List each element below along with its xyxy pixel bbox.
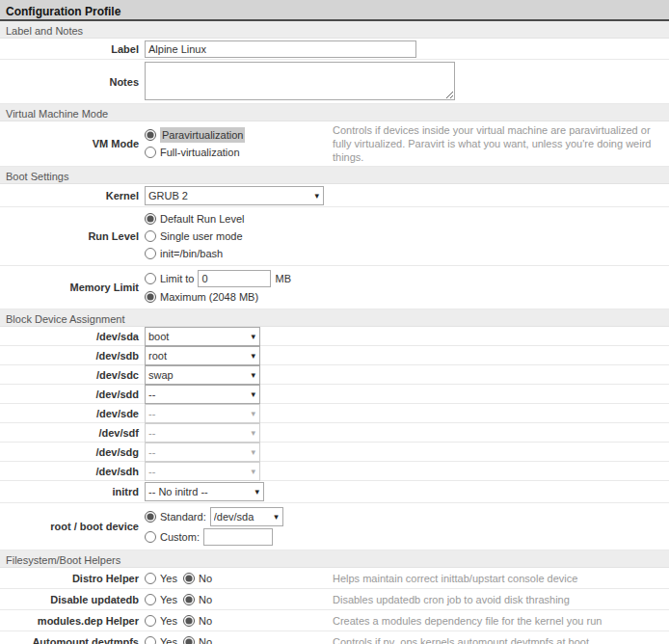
modules-dep-help-text: Creates a modules dependency file for th…	[333, 614, 669, 628]
label-input[interactable]	[145, 40, 416, 58]
memory-limit-to-radio[interactable]	[145, 273, 156, 284]
distro-helper-yes-radio[interactable]	[145, 573, 156, 584]
disable-updatedb-no-option[interactable]: No	[183, 592, 212, 607]
automount-devtmpfs-yes-option[interactable]: Yes	[145, 634, 177, 644]
notes-textarea[interactable]	[145, 62, 455, 100]
section-filesystem-boot-helpers: Filesystem/Boot Helpers	[0, 550, 669, 568]
memory-limit-to-label: Limit to	[160, 271, 194, 286]
page-title: Configuration Profile	[0, 0, 669, 21]
distro-helper-no-radio[interactable]	[183, 573, 195, 584]
modules-dep-helper-label: modules.dep Helper	[0, 614, 145, 628]
root-boot-custom-input[interactable]	[203, 528, 273, 546]
disable-updatedb-no-radio[interactable]	[183, 594, 195, 605]
yes-label: Yes	[160, 613, 177, 629]
yes-label: Yes	[160, 634, 177, 644]
run-level-single-user-radio[interactable]	[145, 230, 156, 242]
configuration-profile-page: Configuration Profile Label and Notes La…	[0, 0, 669, 644]
device-sdb-select[interactable]: root	[145, 346, 260, 365]
root-boot-standard-option[interactable]: Standard:	[145, 509, 206, 524]
section-block-device-assignment: Block Device Assignment	[0, 309, 669, 327]
section-virtual-machine-mode: Virtual Machine Mode	[0, 104, 669, 121]
vm-mode-option-paravirtualization[interactable]: Paravirtualization	[145, 127, 333, 143]
no-label: No	[199, 634, 212, 644]
vm-mode-option-full-virtualization[interactable]: Full-virtualization	[145, 145, 333, 160]
root-boot-standard-radio[interactable]	[145, 511, 156, 523]
root-boot-device-label: root / boot device	[0, 520, 145, 533]
memory-limit-unit: MB	[275, 273, 291, 284]
distro-helper-no-option[interactable]: No	[183, 571, 212, 586]
device-row-sdg: /dev/sdg --	[0, 443, 669, 462]
no-label: No	[199, 613, 212, 629]
memory-limit-row: Memory Limit Limit to MB Maximum (2048 M…	[0, 266, 669, 309]
run-level-single-user-label: Single user mode	[160, 228, 243, 244]
helper-row-disable-updatedb: Disable updatedb Yes No Disables updated…	[0, 589, 669, 610]
kernel-row: Kernel GRUB 2	[0, 184, 669, 207]
disable-updatedb-yes-option[interactable]: Yes	[145, 592, 177, 607]
initrd-select[interactable]: -- No initrd --	[145, 482, 264, 501]
root-boot-custom-radio[interactable]	[145, 531, 156, 543]
memory-limit-maximum-radio[interactable]	[145, 291, 156, 303]
label-field-label: Label	[0, 42, 145, 56]
run-level-default-radio[interactable]	[145, 213, 156, 225]
root-boot-custom-option[interactable]: Custom:	[145, 529, 200, 545]
memory-limit-option-limit-to[interactable]: Limit to	[145, 271, 194, 286]
device-sdc-select[interactable]: swap	[145, 365, 260, 385]
yes-label: Yes	[160, 571, 177, 586]
initrd-row: initrd -- No initrd --	[0, 481, 669, 503]
memory-limit-option-maximum[interactable]: Maximum (2048 MB)	[145, 289, 669, 305]
device-sda-label: /dev/sda	[0, 330, 145, 343]
device-sdh-select: --	[145, 462, 260, 481]
automount-devtmpfs-no-radio[interactable]	[183, 636, 195, 644]
helper-row-modules-dep: modules.dep Helper Yes No Creates a modu…	[0, 610, 669, 631]
device-row-sdd: /dev/sdd --	[0, 385, 669, 404]
run-level-init-bash-radio[interactable]	[145, 248, 156, 259]
device-sde-select: --	[145, 404, 260, 423]
vm-mode-help-text: Controls if devices inside your virtual …	[333, 123, 669, 164]
vm-mode-label: VM Mode	[0, 137, 145, 150]
vm-mode-row: VM Mode Paravirtualization Full-virtuali…	[0, 121, 669, 167]
notes-field-label: Notes	[0, 75, 145, 89]
device-sdc-label: /dev/sdc	[0, 368, 145, 382]
device-row-sdf: /dev/sdf --	[0, 423, 669, 443]
yes-label: Yes	[160, 592, 177, 607]
root-boot-device-row: root / boot device Standard: /dev/sda Cu…	[0, 503, 669, 550]
run-level-option-default[interactable]: Default Run Level	[145, 211, 669, 227]
run-level-option-single-user[interactable]: Single user mode	[145, 228, 669, 244]
device-row-sdb: /dev/sdb root	[0, 346, 669, 365]
distro-helper-yes-option[interactable]: Yes	[145, 571, 177, 586]
memory-limit-input[interactable]	[198, 270, 271, 287]
automount-devtmpfs-label: Automount devtmpfs	[0, 635, 145, 644]
device-sde-label: /dev/sde	[0, 407, 145, 420]
device-sdg-select: --	[145, 443, 260, 462]
vm-mode-paravirtualization-radio[interactable]	[145, 129, 156, 141]
section-boot-settings: Boot Settings	[0, 167, 669, 184]
device-sdd-label: /dev/sdd	[0, 388, 145, 401]
run-level-option-init-bash[interactable]: init=/bin/bash	[145, 246, 669, 261]
kernel-select[interactable]: GRUB 2	[145, 186, 324, 205]
helper-row-distro-helper: Distro Helper Yes No Helps maintain corr…	[0, 568, 669, 589]
automount-devtmpfs-yes-radio[interactable]	[145, 636, 156, 644]
device-sdh-label: /dev/sdh	[0, 465, 145, 478]
vm-mode-paravirtualization-label: Paravirtualization	[160, 127, 245, 143]
run-level-label: Run Level	[0, 229, 145, 243]
disable-updatedb-yes-radio[interactable]	[145, 594, 156, 605]
memory-limit-maximum-label: Maximum (2048 MB)	[160, 289, 258, 305]
device-sdf-select: --	[145, 423, 260, 443]
device-row-sdh: /dev/sdh --	[0, 462, 669, 481]
section-label-and-notes: Label and Notes	[0, 21, 669, 39]
root-boot-standard-select[interactable]: /dev/sda	[210, 507, 283, 526]
device-sda-select[interactable]: boot	[145, 327, 260, 346]
automount-devtmpfs-no-option[interactable]: No	[183, 634, 212, 644]
device-row-sde: /dev/sde --	[0, 404, 669, 423]
label-row: Label	[0, 39, 669, 60]
modules-dep-yes-radio[interactable]	[145, 615, 156, 627]
device-sdd-select[interactable]: --	[145, 385, 260, 404]
run-level-row: Run Level Default Run Level Single user …	[0, 207, 669, 266]
vm-mode-full-virtualization-radio[interactable]	[145, 147, 156, 158]
device-sdb-label: /dev/sdb	[0, 349, 145, 362]
no-label: No	[199, 571, 212, 586]
automount-devtmpfs-help-text: Controls if pv_ops kernels automount dev…	[333, 635, 669, 644]
modules-dep-yes-option[interactable]: Yes	[145, 613, 177, 629]
modules-dep-no-option[interactable]: No	[183, 613, 212, 629]
modules-dep-no-radio[interactable]	[183, 615, 195, 627]
